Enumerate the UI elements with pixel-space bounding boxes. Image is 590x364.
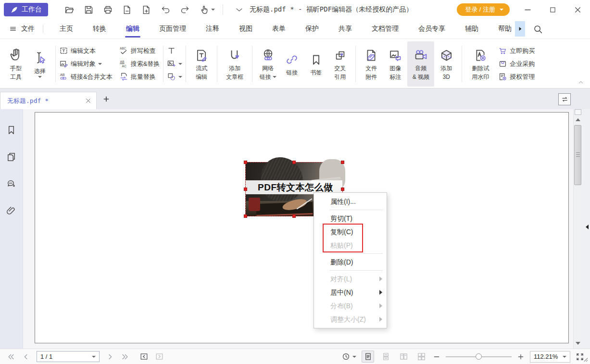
context-menu-copy[interactable]: 复制(C) xyxy=(314,225,387,238)
menu-help[interactable]: 帮助 xyxy=(498,25,512,33)
file-attachment-button[interactable]: 文件 附件 xyxy=(359,41,383,87)
menu-convert[interactable]: 转换 xyxy=(93,25,106,33)
context-menu-paste[interactable]: 粘贴(P) xyxy=(314,238,387,252)
sidebar-comments-button[interactable] xyxy=(6,178,17,189)
add-text-button[interactable] xyxy=(167,46,182,56)
zoom-slider[interactable] xyxy=(446,352,512,362)
scrollbar-thumb[interactable] xyxy=(574,125,581,185)
enterprise-purchase-button[interactable]: 企业采购 xyxy=(498,59,535,69)
auto-scroll-button[interactable] xyxy=(341,352,356,361)
context-menu-resize[interactable]: 调整大小(Z) xyxy=(314,313,387,326)
license-management-button[interactable]: 授权管理 xyxy=(498,72,535,82)
menu-file[interactable]: 文件 xyxy=(9,25,35,33)
context-menu-delete[interactable]: 删除(D) xyxy=(314,255,387,269)
login-register-button[interactable]: 登录 / 注册 xyxy=(457,3,510,16)
bookmark-button[interactable]: 书签 xyxy=(304,41,328,87)
add-shape-button[interactable] xyxy=(167,72,182,82)
single-page-view-button[interactable] xyxy=(362,351,374,363)
menu-protect[interactable]: 保护 xyxy=(305,25,319,33)
new-tab-button[interactable] xyxy=(102,95,110,103)
close-button[interactable] xyxy=(565,0,590,19)
web-link-button[interactable]: 网络 链接 xyxy=(256,41,280,87)
spell-check-button[interactable]: ABC 拼写检查 xyxy=(119,46,160,56)
ribbon-collapse-button[interactable] xyxy=(577,77,584,86)
context-menu-properties[interactable]: 属性(I)... xyxy=(314,195,387,208)
image-annotation-button[interactable]: 图像 标注 xyxy=(383,41,407,87)
switch-tabs-button[interactable] xyxy=(558,93,571,105)
context-menu-cut[interactable]: 剪切(T) xyxy=(314,212,387,225)
audio-video-button[interactable]: 音频 & 视频 xyxy=(407,41,434,87)
facing-view-button[interactable] xyxy=(397,351,410,363)
remove-trial-watermark-button[interactable]: 删除试 用水印 xyxy=(465,41,495,87)
document-tab[interactable]: 无标题.pdf * xyxy=(0,92,97,109)
undo-button[interactable] xyxy=(161,5,171,15)
resize-handle-e[interactable] xyxy=(341,188,344,191)
context-menu-align[interactable]: 对齐(L) xyxy=(314,272,387,286)
resize-handle-w[interactable] xyxy=(244,188,247,191)
menu-edit[interactable]: 编辑 xyxy=(126,25,139,33)
previous-page-button[interactable] xyxy=(22,352,30,361)
menu-form[interactable]: 表单 xyxy=(272,25,286,33)
minimize-button[interactable] xyxy=(515,0,540,19)
link-merge-text-button[interactable]: AB 链接&合并文本 xyxy=(59,72,113,82)
maximize-button[interactable] xyxy=(540,0,565,19)
print-button[interactable] xyxy=(103,5,113,15)
buy-now-button[interactable]: 立即购买 xyxy=(498,46,535,56)
search-replace-button[interactable]: ABAC 搜索&替换 xyxy=(119,59,160,69)
resize-handle-nw[interactable] xyxy=(244,161,247,164)
link-button[interactable]: 链接 xyxy=(280,41,304,87)
menu-comment[interactable]: 注释 xyxy=(206,25,219,33)
add-page-button[interactable] xyxy=(141,5,151,15)
context-menu-distribute[interactable]: 分布(B) xyxy=(314,299,387,313)
next-view-button[interactable] xyxy=(155,352,164,361)
workspace-button[interactable]: 工作台 xyxy=(4,3,48,16)
context-menu-center[interactable]: 居中(N) xyxy=(314,286,387,299)
menu-view[interactable]: 视图 xyxy=(239,25,252,33)
search-button[interactable] xyxy=(533,24,543,34)
sidebar-attachments-button[interactable] xyxy=(6,205,17,216)
menu-share[interactable]: 共享 xyxy=(339,25,352,33)
continuous-view-button[interactable] xyxy=(379,351,392,363)
zoom-level-combobox[interactable]: 112.21% xyxy=(530,351,570,363)
save-button[interactable] xyxy=(84,5,94,15)
zoom-out-button[interactable] xyxy=(433,353,440,361)
menu-accessibility[interactable]: 辅助 xyxy=(465,25,478,33)
open-file-button[interactable] xyxy=(64,5,75,15)
select-tool-button[interactable]: 选择 xyxy=(28,41,52,87)
remove-page-button[interactable] xyxy=(122,5,132,15)
last-page-button[interactable] xyxy=(121,352,129,361)
vertical-scrollbar[interactable] xyxy=(573,109,582,349)
resize-handle-sw[interactable] xyxy=(244,214,247,218)
touch-mode-button[interactable] xyxy=(199,5,215,15)
menu-doc-management[interactable]: 文档管理 xyxy=(372,25,399,33)
window-resize-grip[interactable] xyxy=(579,353,589,363)
previous-view-button[interactable] xyxy=(139,352,149,361)
edit-text-button[interactable]: 编辑文本 xyxy=(59,46,113,56)
hand-tool-button[interactable]: 手型 工具 xyxy=(4,41,28,87)
resize-handle-s[interactable] xyxy=(292,214,296,218)
stream-edit-button[interactable]: 流式 编辑 xyxy=(189,41,213,87)
page-number-combobox[interactable]: 1 / 1 xyxy=(37,351,100,362)
scroll-up-arrow[interactable] xyxy=(576,118,580,121)
sidebar-pages-button[interactable] xyxy=(6,151,17,163)
redo-button[interactable] xyxy=(180,5,190,15)
batch-replace-button[interactable]: 批量替换 xyxy=(119,72,160,82)
menu-member[interactable]: 会员专享 xyxy=(418,25,445,33)
menu-overflow-button[interactable] xyxy=(515,21,525,37)
cross-reference-button[interactable]: 交叉 引用 xyxy=(328,41,352,87)
resize-handle-ne[interactable] xyxy=(341,161,344,164)
expand-right-panel-button[interactable] xyxy=(586,225,589,229)
scroll-down-arrow[interactable] xyxy=(576,342,580,345)
add-3d-button[interactable]: 添加 3D xyxy=(434,41,458,87)
resize-handle-n[interactable] xyxy=(292,161,296,164)
zoom-slider-thumb[interactable] xyxy=(476,353,482,360)
sidebar-bookmarks-button[interactable] xyxy=(6,125,17,136)
menu-home[interactable]: 主页 xyxy=(60,25,73,33)
facing-continuous-view-button[interactable] xyxy=(415,351,427,363)
first-page-button[interactable] xyxy=(7,352,15,361)
scrollbar-split-handle[interactable] xyxy=(575,109,581,115)
edit-object-button[interactable]: 编辑对象 xyxy=(59,59,113,69)
chevron-down-icon[interactable] xyxy=(235,5,244,14)
tab-close-icon[interactable] xyxy=(85,97,92,104)
add-image-button[interactable] xyxy=(167,59,182,69)
